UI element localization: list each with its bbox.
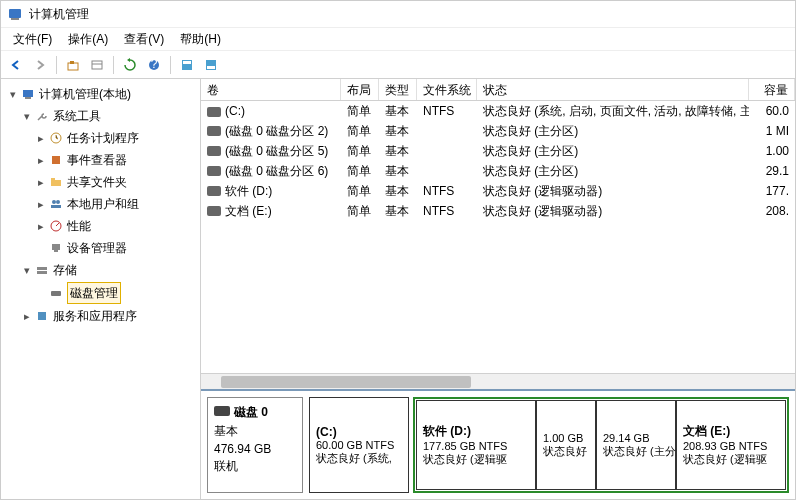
disk-icon	[48, 285, 64, 301]
cell-status: 状态良好 (逻辑驱动器)	[477, 181, 749, 202]
grid-body: (C:)简单基本NTFS状态良好 (系统, 启动, 页面文件, 活动, 故障转储…	[201, 101, 795, 221]
cell-layout: 简单	[341, 101, 379, 122]
partition-size: 208.93 GB NTFS	[683, 440, 779, 452]
perf-icon	[48, 218, 64, 234]
menu-help[interactable]: 帮助(H)	[172, 27, 229, 52]
partition-small1[interactable]: 1.00 GB 状态良好	[536, 400, 596, 490]
partition-status: 状态良好 (逻辑驱	[683, 452, 779, 467]
drive-icon	[207, 206, 221, 216]
tree-system-tools[interactable]: ▾ 系统工具	[19, 105, 198, 127]
partition-small2[interactable]: 29.14 GB 状态良好 (主分	[596, 400, 676, 490]
partition-d[interactable]: 软件 (D:) 177.85 GB NTFS 状态良好 (逻辑驱	[416, 400, 536, 490]
partition-size: 1.00 GB	[543, 432, 589, 444]
toggle-icon: ▸	[35, 172, 47, 192]
svg-rect-22	[52, 244, 60, 250]
menu-view[interactable]: 查看(V)	[116, 27, 172, 52]
table-row[interactable]: 软件 (D:)简单基本NTFS状态良好 (逻辑驱动器)177.	[201, 181, 795, 201]
app-icon	[7, 6, 23, 22]
table-row[interactable]: (磁盘 0 磁盘分区 2)简单基本状态良好 (主分区)1 MI	[201, 121, 795, 141]
col-layout[interactable]: 布局	[341, 79, 379, 100]
cell-fs: NTFS	[417, 102, 477, 120]
col-filesystem[interactable]: 文件系统	[417, 79, 477, 100]
svg-rect-13	[25, 97, 31, 99]
cell-status: 状态良好 (主分区)	[477, 121, 749, 142]
cell-layout: 简单	[341, 181, 379, 202]
table-row[interactable]: 文档 (E:)简单基本NTFS状态良好 (逻辑驱动器)208.	[201, 201, 795, 221]
tree-label: 共享文件夹	[67, 172, 127, 192]
partition-e[interactable]: 文档 (E:) 208.93 GB NTFS 状态良好 (逻辑驱	[676, 400, 786, 490]
scrollbar-thumb[interactable]	[221, 376, 471, 388]
partition-c[interactable]: (C:) 60.00 GB NTFS 状态良好 (系统,	[309, 397, 409, 493]
cell-type: 基本	[379, 181, 417, 202]
table-row[interactable]: (C:)简单基本NTFS状态良好 (系统, 启动, 页面文件, 活动, 故障转储…	[201, 101, 795, 121]
tree-root[interactable]: ▾ 计算机管理(本地)	[5, 83, 198, 105]
tree-shared-folders[interactable]: ▸共享文件夹	[33, 171, 198, 193]
menu-bar: 文件(F) 操作(A) 查看(V) 帮助(H)	[1, 27, 795, 51]
cell-layout: 简单	[341, 201, 379, 222]
svg-rect-4	[92, 61, 102, 69]
tree-label: 服务和应用程序	[53, 306, 137, 326]
svg-rect-20	[51, 205, 61, 208]
svg-rect-26	[51, 291, 61, 296]
menu-action[interactable]: 操作(A)	[60, 27, 116, 52]
svg-rect-0	[9, 9, 21, 18]
svg-rect-24	[37, 267, 47, 270]
cell-type: 基本	[379, 101, 417, 122]
horizontal-scrollbar[interactable]	[201, 373, 795, 389]
svg-rect-27	[38, 312, 46, 320]
menu-file[interactable]: 文件(F)	[5, 27, 60, 52]
cell-fs	[417, 169, 477, 173]
svg-rect-12	[23, 90, 33, 97]
nav-back-button[interactable]	[5, 54, 27, 76]
col-status[interactable]: 状态	[477, 79, 749, 100]
cell-volume: (C:)	[201, 102, 341, 120]
refresh-button[interactable]	[119, 54, 141, 76]
disk-info-box[interactable]: 磁盘 0 基本 476.94 GB 联机	[207, 397, 303, 493]
col-volume[interactable]: 卷	[201, 79, 341, 100]
up-button[interactable]	[62, 54, 84, 76]
col-capacity[interactable]: 容量	[749, 79, 795, 100]
details-button[interactable]	[86, 54, 108, 76]
tree-storage[interactable]: ▾ 存储	[19, 259, 198, 281]
toolbar-separator-2	[113, 56, 114, 74]
svg-rect-3	[70, 61, 74, 64]
folder-icon	[48, 174, 64, 190]
tree-services-apps[interactable]: ▸ 服务和应用程序	[19, 305, 198, 327]
toggle-icon: ▾	[21, 106, 33, 126]
tree-task-scheduler[interactable]: ▸任务计划程序	[33, 127, 198, 149]
tree-device-manager[interactable]: 设备管理器	[33, 237, 198, 259]
disk-status: 联机	[214, 458, 296, 475]
tree-disk-management[interactable]: 磁盘管理	[33, 281, 198, 305]
event-icon	[48, 152, 64, 168]
tree-label: 事件查看器	[67, 150, 127, 170]
partition-status: 状态良好	[543, 444, 589, 459]
col-type[interactable]: 类型	[379, 79, 417, 100]
table-row[interactable]: (磁盘 0 磁盘分区 6)简单基本状态良好 (主分区)29.1	[201, 161, 795, 181]
partition-size: 177.85 GB NTFS	[423, 440, 529, 452]
partition-size: 29.14 GB	[603, 432, 669, 444]
svg-point-18	[52, 200, 56, 204]
nav-fwd-button[interactable]	[29, 54, 51, 76]
view-bottom-button[interactable]	[200, 54, 222, 76]
tree-label: 存储	[53, 260, 77, 280]
tree-performance[interactable]: ▸性能	[33, 215, 198, 237]
cell-fs	[417, 149, 477, 153]
drive-icon	[207, 126, 221, 136]
tree-label: 性能	[67, 216, 91, 236]
partition-strip: (C:) 60.00 GB NTFS 状态良好 (系统, 软件 (D:) 177…	[309, 397, 789, 493]
tree-label: 任务计划程序	[67, 128, 139, 148]
help-button[interactable]: ?	[143, 54, 165, 76]
cell-fs: NTFS	[417, 182, 477, 200]
cell-volume: (磁盘 0 磁盘分区 5)	[201, 141, 341, 162]
drive-icon	[207, 166, 221, 176]
tree-local-users[interactable]: ▸本地用户和组	[33, 193, 198, 215]
table-row[interactable]: (磁盘 0 磁盘分区 5)简单基本状态良好 (主分区)1.00	[201, 141, 795, 161]
toggle-icon: ▸	[35, 150, 47, 170]
view-list-button[interactable]	[176, 54, 198, 76]
disk-layout-panel: 磁盘 0 基本 476.94 GB 联机 (C:) 60.00 GB NTFS …	[201, 389, 795, 499]
svg-rect-2	[68, 63, 78, 70]
tree-event-viewer[interactable]: ▸事件查看器	[33, 149, 198, 171]
partition-status: 状态良好 (逻辑驱	[423, 452, 529, 467]
drive-icon	[207, 186, 221, 196]
svg-rect-23	[54, 250, 58, 252]
